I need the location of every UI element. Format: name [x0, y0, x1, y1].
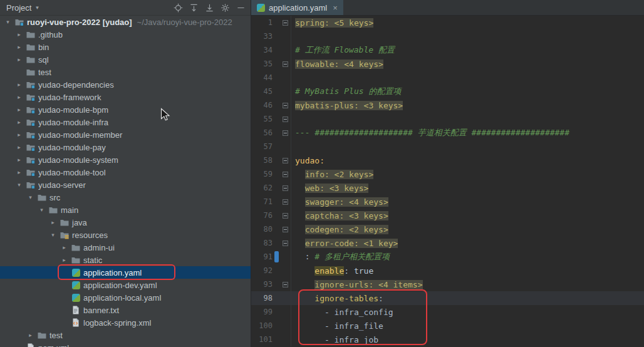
- editor-line-59[interactable]: 59 info: <2 keys>: [251, 167, 644, 181]
- chevron-collapsed-icon[interactable]: ▸: [14, 44, 24, 50]
- editor-line-44[interactable]: 44: [251, 71, 644, 85]
- chevron-collapsed-icon[interactable]: ▸: [14, 31, 24, 38]
- fold-marker-icon[interactable]: [280, 181, 291, 195]
- locate-file-icon[interactable]: [173, 3, 183, 13]
- editor-line-100[interactable]: 100 - infra_file: [251, 319, 644, 333]
- tree-item-main[interactable]: ▾main: [0, 204, 251, 216]
- chevron-collapsed-icon[interactable]: ▸: [14, 157, 24, 163]
- chevron-expanded-icon[interactable]: ▾: [48, 232, 58, 238]
- chevron-collapsed-icon[interactable]: ▸: [14, 169, 24, 175]
- fold-marker-icon[interactable]: [280, 222, 291, 236]
- editor-line-98[interactable]: 98 ignore-tables:: [251, 291, 644, 305]
- editor-line-56[interactable]: 56--- #################### 芋道相关配置 ######…: [251, 126, 644, 140]
- fold-marker-icon[interactable]: [280, 112, 291, 126]
- editor-line-83[interactable]: 83 error-code: <1 key>: [251, 236, 644, 250]
- editor-line-45[interactable]: 45# MyBatis Plus 的配置项: [251, 85, 644, 98]
- fold-marker-icon[interactable]: [280, 153, 291, 167]
- fold-marker-icon[interactable]: [280, 126, 291, 140]
- editor-line-101[interactable]: 101 - infra_job: [251, 333, 644, 346]
- chevron-expanded-icon[interactable]: ▾: [14, 182, 24, 188]
- tree-item-sql[interactable]: ▸sql: [0, 53, 251, 66]
- tree-item-yudao-dependencies[interactable]: ▸yudao-dependencies: [0, 78, 251, 91]
- editor-line-33[interactable]: 33: [251, 29, 644, 43]
- editor-line-57[interactable]: 57: [251, 140, 644, 153]
- editor-line-35[interactable]: 35flowable: <4 keys>: [251, 57, 644, 71]
- tree-item-java[interactable]: ▸java: [0, 216, 251, 229]
- fold-marker-icon[interactable]: [280, 209, 291, 222]
- tree-item-src[interactable]: ▾src: [0, 191, 251, 204]
- editor-line-93[interactable]: 93 ignore-urls: <4 items>: [251, 277, 644, 291]
- folder-icon: [24, 67, 37, 77]
- tree-item-label: src: [48, 193, 60, 202]
- fold-marker-icon[interactable]: [280, 16, 291, 29]
- editor-line-1[interactable]: 1spring: <5 keys>: [251, 16, 644, 29]
- tree-item-ruoyi-vue-pro-2022-yudao-[interactable]: ▾ruoyi-vue-pro-2022 [yudao]~/Java/ruoyi-…: [0, 16, 251, 28]
- tree-item-yudao-module-bpm[interactable]: ▸yudao-module-bpm: [0, 103, 251, 116]
- editor-line-80[interactable]: 80 codegen: <2 keys>: [251, 222, 644, 236]
- chevron-expanded-icon[interactable]: ▾: [36, 207, 47, 213]
- editor-line-91[interactable]: 91 : # 多租户相关配置项: [251, 250, 644, 264]
- editor-line-34[interactable]: 34# 工作流 Flowable 配置: [251, 43, 644, 57]
- tree-item-.github[interactable]: ▸.github: [0, 28, 251, 41]
- chevron-expanded-icon[interactable]: ▾: [3, 19, 13, 25]
- editor-content[interactable]: 1spring: <5 keys>3334# 工作流 Flowable 配置35…: [251, 16, 644, 347]
- chevron-collapsed-icon[interactable]: ▸: [14, 119, 24, 125]
- panel-splitter[interactable]: [251, 0, 251, 347]
- editor-line-55[interactable]: 55: [251, 112, 644, 126]
- hide-panel-icon[interactable]: [236, 3, 246, 13]
- fold-marker-icon[interactable]: [280, 57, 291, 71]
- tree-item-pom.xml[interactable]: pom.xml: [0, 341, 251, 347]
- chevron-expanded-icon[interactable]: ▾: [25, 194, 36, 200]
- chevron-collapsed-icon[interactable]: ▸: [14, 94, 24, 100]
- project-view-selector[interactable]: Project ▼: [6, 3, 39, 13]
- tree-item-test[interactable]: test: [0, 66, 251, 78]
- chevron-collapsed-icon[interactable]: ▸: [14, 132, 24, 138]
- editor-line-58[interactable]: 58yudao:: [251, 153, 644, 167]
- chevron-collapsed-icon[interactable]: ▸: [59, 244, 70, 251]
- tree-item-yudao-module-infra[interactable]: ▸yudao-module-infra: [0, 116, 251, 128]
- tree-item-static[interactable]: ▸static: [0, 254, 251, 266]
- fold-marker-icon[interactable]: [280, 277, 291, 291]
- editor-line-99[interactable]: 99 - infra_config: [251, 305, 644, 319]
- tree-item-test[interactable]: ▸test: [0, 329, 251, 341]
- line-number: 55: [251, 115, 274, 123]
- chevron-collapsed-icon[interactable]: ▸: [14, 81, 24, 88]
- tree-item-application.yaml[interactable]: application.yaml: [0, 266, 251, 279]
- settings-icon[interactable]: [220, 3, 230, 13]
- project-tool-window: Project ▼ ▾ruoyi-vue-pro-2022 [yudao]~/J…: [0, 0, 251, 347]
- tree-item-banner.txt[interactable]: banner.txt: [0, 304, 251, 316]
- tree-item-logback-spring.xml[interactable]: logback-spring.xml: [0, 316, 251, 329]
- tree-item-yudao-module-member[interactable]: ▸yudao-module-member: [0, 128, 251, 141]
- chevron-collapsed-icon[interactable]: ▸: [14, 144, 24, 150]
- editor-line-71[interactable]: 71 swagger: <4 keys>: [251, 195, 644, 209]
- tree-item-bin[interactable]: ▸bin: [0, 41, 251, 53]
- tree-item-admin-ui[interactable]: ▸admin-ui: [0, 241, 251, 254]
- editor-line-92[interactable]: 92 enable: true: [251, 264, 644, 277]
- fold-marker-icon[interactable]: [280, 195, 291, 209]
- fold-marker-icon[interactable]: [280, 236, 291, 250]
- chevron-collapsed-icon[interactable]: ▸: [14, 106, 24, 113]
- tree-item-application-local.yaml[interactable]: application-local.yaml: [0, 291, 251, 304]
- chevron-collapsed-icon[interactable]: ▸: [25, 332, 36, 338]
- fold-marker-icon[interactable]: [280, 98, 291, 112]
- tree-item-yudao-module-tool[interactable]: ▸yudao-module-tool: [0, 166, 251, 179]
- chevron-collapsed-icon[interactable]: ▸: [48, 219, 58, 225]
- tree-item-resources[interactable]: ▾resources: [0, 229, 251, 241]
- collapse-all-icon[interactable]: [204, 3, 214, 13]
- resources-icon: [58, 230, 71, 240]
- editor-line-46[interactable]: 46mybatis-plus: <3 keys>: [251, 98, 644, 112]
- tree-item-yudao-module-system[interactable]: ▸yudao-module-system: [0, 153, 251, 166]
- tab-application-yaml[interactable]: application.yaml ×: [251, 0, 343, 15]
- tree-item-application-dev.yaml[interactable]: application-dev.yaml: [0, 279, 251, 291]
- close-tab-icon[interactable]: ×: [333, 3, 338, 13]
- expand-all-icon[interactable]: [189, 3, 199, 13]
- chevron-collapsed-icon[interactable]: ▸: [59, 257, 70, 263]
- fold-marker-icon[interactable]: [280, 167, 291, 181]
- editor-line-62[interactable]: 62 web: <3 keys>: [251, 181, 644, 195]
- gutter-spacer: [274, 209, 280, 222]
- chevron-collapsed-icon[interactable]: ▸: [14, 56, 24, 63]
- tree-item-yudao-framework[interactable]: ▸yudao-framework: [0, 91, 251, 103]
- tree-item-yudao-module-pay[interactable]: ▸yudao-module-pay: [0, 141, 251, 153]
- editor-line-76[interactable]: 76 captcha: <3 keys>: [251, 209, 644, 222]
- tree-item-yudao-server[interactable]: ▾yudao-server: [0, 179, 251, 191]
